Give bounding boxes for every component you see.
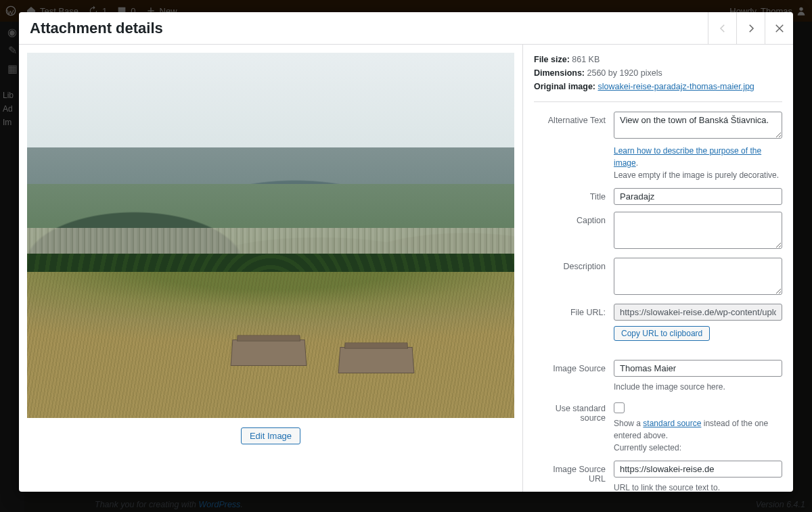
meta-dimensions: Dimensions: 2560 by 1920 pixels [534,66,782,80]
bench-shape [338,347,414,373]
alt-help-link[interactable]: Learn how to describe the purpose of the… [614,146,761,168]
source-url-help: URL to link the source text to. [614,482,782,492]
attachment-details-modal: Attachment details Edit Image [19,12,793,492]
attachment-preview: Edit Image [19,45,522,492]
description-label: Description [534,258,614,271]
prev-attachment-button [708,12,736,45]
title-label: Title [534,188,614,202]
use-standard-label: Use standard source [534,400,614,423]
file-url-label: File URL: [534,304,614,317]
caption-input[interactable] [614,212,782,249]
use-standard-checkbox[interactable] [614,402,625,413]
description-input[interactable] [614,258,782,295]
image-source-label: Image Source [534,360,614,373]
source-url-label: Image Source URL [534,461,614,484]
file-url-input[interactable] [614,304,782,321]
attachment-details-panel: File size: 861 KB Dimensions: 2560 by 19… [522,45,793,492]
standard-source-link[interactable]: standard source [643,419,701,428]
caption-label: Caption [534,212,614,225]
attachment-image [27,53,514,418]
alt-text-input[interactable]: View on the town of Banská Štiavnica. [614,112,782,139]
meta-file-size: File size: 861 KB [534,53,782,66]
original-image-link[interactable]: slowakei-reise-paradajz-thomas-maier.jpg [597,82,754,91]
alt-text-label: Alternative Text [534,112,614,125]
image-source-help: Include the image source here. [614,381,782,393]
alt-help-text: Leave empty if the image is purely decor… [614,170,779,180]
image-source-input[interactable] [614,360,782,377]
currently-selected-text: Currently selected: [614,443,681,452]
bench-shape [231,340,307,366]
next-attachment-button[interactable] [736,12,765,45]
copy-url-button[interactable]: Copy URL to clipboard [614,326,710,341]
source-url-input[interactable] [614,461,782,478]
edit-image-button[interactable]: Edit Image [241,427,300,444]
close-modal-button[interactable] [765,12,793,45]
meta-original-image: Original image: slowakei-reise-paradajz-… [534,80,782,93]
title-input[interactable] [614,188,782,205]
modal-title: Attachment details [19,20,708,37]
modal-header: Attachment details [19,12,793,45]
